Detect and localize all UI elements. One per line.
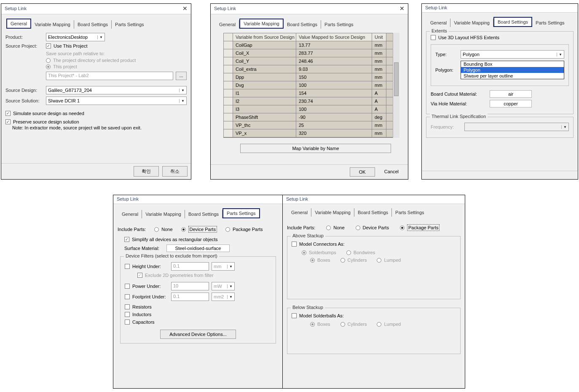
grid-row[interactable]: I2230.74A — [224, 97, 399, 105]
tab-board-settings[interactable]: Board Settings — [493, 17, 532, 27]
cell-value[interactable]: 150 — [296, 73, 372, 81]
grid-row[interactable]: Dvg100mm — [224, 81, 399, 89]
source-solution-select[interactable]: SIwave DCIR 1▼ — [46, 97, 187, 105]
advanced-device-button[interactable]: Advanced Device Options... — [160, 330, 236, 339]
radio-device[interactable]: Device Parts — [181, 226, 217, 233]
cell-value[interactable]: 320 — [296, 129, 372, 137]
cell-variable[interactable]: I3 — [233, 105, 296, 113]
cell-variable[interactable]: CoilGap — [233, 41, 296, 49]
grid-row[interactable]: Coil_X283.77mm — [224, 49, 399, 57]
cell-value[interactable]: 100 — [296, 105, 372, 113]
grid-row[interactable]: Coil_Y248.46mm — [224, 57, 399, 65]
radio-none[interactable]: None — [154, 227, 172, 232]
cancel-button[interactable]: 취소 — [162, 166, 188, 177]
simplify-checkbox[interactable]: ✓Simplify all devices as rectangular obj… — [124, 237, 279, 242]
cell-unit[interactable]: mm — [372, 121, 386, 129]
cell-variable[interactable]: Coil_X — [233, 49, 296, 57]
cell-unit[interactable]: mm — [372, 81, 386, 89]
use-3d-layout-checkbox[interactable]: Use 3D Layout HFSS Extents — [431, 35, 569, 40]
tab-variable-mapping[interactable]: Variable Mapping — [31, 20, 74, 29]
cell-value[interactable]: 154 — [296, 89, 372, 97]
inductors-checkbox[interactable]: Inductors — [125, 312, 271, 317]
scrollbar[interactable] — [393, 33, 399, 138]
cell-variable[interactable]: Dvg — [233, 81, 296, 89]
cell-unit[interactable]: mm — [372, 57, 386, 65]
tab-general[interactable]: General — [118, 210, 142, 218]
height-unit-select[interactable]: mm▼ — [212, 262, 235, 271]
tab-general[interactable]: General — [288, 208, 311, 217]
height-under-checkbox[interactable]: Height Under: — [125, 264, 171, 269]
simulate-checkbox[interactable]: ✓Simulate source design as needed — [5, 111, 187, 116]
footprint-under-checkbox[interactable]: Footprint Under: — [125, 294, 171, 299]
grid-row[interactable]: Coil_extra9.03mm — [224, 65, 399, 73]
cancel-button[interactable]: Cancel — [378, 167, 405, 177]
tab-general[interactable]: General — [427, 19, 450, 27]
grid-row[interactable]: I3100A — [224, 105, 399, 113]
radio-package[interactable]: Package Parts — [400, 224, 440, 231]
grid-row[interactable]: CoilGap13.77mm — [224, 41, 399, 49]
cell-value[interactable]: 9.03 — [296, 65, 372, 73]
radio-package[interactable]: Package Parts — [225, 227, 263, 232]
source-design-select[interactable]: Galileo_G87173_204▼ — [46, 86, 187, 94]
opt-siwave[interactable]: SIwave per layer outline — [461, 73, 564, 79]
power-unit-select[interactable]: mW▼ — [212, 282, 235, 290]
tab-board-settings[interactable]: Board Settings — [284, 20, 321, 29]
browse-button[interactable]: ... — [176, 72, 187, 80]
cell-unit[interactable]: mm — [372, 129, 386, 137]
grid-row[interactable]: Dpp150mm — [224, 73, 399, 81]
cell-variable[interactable]: Dpp — [233, 73, 296, 81]
cell-unit[interactable]: mm — [372, 41, 386, 49]
cell-value[interactable]: -90 — [296, 113, 372, 121]
cell-unit[interactable]: deg — [372, 113, 386, 121]
via-value[interactable]: copper — [490, 100, 532, 107]
tab-parts-settings[interactable]: Parts Settings — [112, 20, 147, 29]
opt-polygon[interactable]: Polygon — [461, 67, 564, 73]
tab-variable-mapping[interactable]: Variable Mapping — [142, 210, 185, 218]
tab-parts-settings[interactable]: Parts Settings — [532, 19, 568, 27]
use-this-project-checkbox[interactable]: ✓Use This Project — [46, 43, 187, 48]
product-select[interactable]: ElectronicsDesktop▼ — [46, 33, 105, 41]
scroll-thumb[interactable] — [394, 62, 399, 96]
cell-unit[interactable]: mm — [372, 73, 386, 81]
cell-variable[interactable]: I2 — [233, 97, 296, 105]
cutout-value[interactable]: air — [490, 90, 532, 98]
model-connectors-checkbox[interactable]: Model Connectors As: — [292, 242, 456, 247]
cell-unit[interactable]: mm — [372, 49, 386, 57]
cell-unit[interactable]: A — [372, 105, 386, 113]
col-variable[interactable]: Variable from Source Design — [233, 33, 296, 41]
footprint-under-input[interactable]: 0.1 — [171, 293, 209, 301]
cell-unit[interactable]: A — [372, 89, 386, 97]
ok-button[interactable]: 확인 — [134, 166, 159, 177]
tab-board-settings[interactable]: Board Settings — [74, 20, 112, 29]
tab-variable-mapping[interactable]: Variable Mapping — [239, 19, 284, 29]
type-select[interactable]: Polygon▼ — [461, 50, 564, 59]
opt-bounding-box[interactable]: Bounding Box — [461, 61, 564, 67]
resistors-checkbox[interactable]: Resistors — [125, 304, 271, 309]
footprint-unit-select[interactable]: mm2▼ — [212, 293, 235, 301]
grid-row[interactable]: PhaseShift-90deg — [224, 113, 399, 121]
cell-variable[interactable]: VP_thc — [233, 121, 296, 129]
tab-parts-settings[interactable]: Parts Settings — [321, 20, 357, 29]
cell-variable[interactable]: VP_x — [233, 129, 296, 137]
cell-variable[interactable]: PhaseShift — [233, 113, 296, 121]
cell-variable[interactable]: I1 — [233, 89, 296, 97]
capacitors-checkbox[interactable]: Capacitors — [125, 320, 271, 325]
grid-row[interactable]: I1154A — [224, 89, 399, 97]
surface-material-value[interactable]: Steel-oxidised-surface — [166, 244, 230, 252]
type-dropdown-list[interactable]: Bounding Box Polygon SIwave per layer ou… — [461, 61, 564, 79]
radio-none[interactable]: None — [326, 225, 344, 230]
power-under-input[interactable]: 10 — [171, 282, 209, 290]
cell-value[interactable]: 100 — [296, 81, 372, 89]
map-variable-button[interactable]: Map Variable by Name — [240, 144, 391, 153]
height-under-input[interactable]: 0.1 — [171, 262, 209, 271]
close-icon[interactable]: ✕ — [399, 5, 405, 12]
cell-value[interactable]: 283.77 — [296, 49, 372, 57]
tab-variable-mapping[interactable]: Variable Mapping — [450, 19, 493, 27]
ok-button[interactable]: OK — [350, 167, 375, 177]
preserve-checkbox[interactable]: ✓Preserve source design solution — [5, 119, 187, 124]
cell-value[interactable]: 248.46 — [296, 57, 372, 65]
close-icon[interactable]: ✕ — [182, 5, 188, 12]
col-value[interactable]: Value Mapped to Source Design — [296, 33, 372, 41]
tab-variable-mapping[interactable]: Variable Mapping — [311, 208, 354, 217]
grid-row[interactable]: VP_thc25mm — [224, 121, 399, 129]
